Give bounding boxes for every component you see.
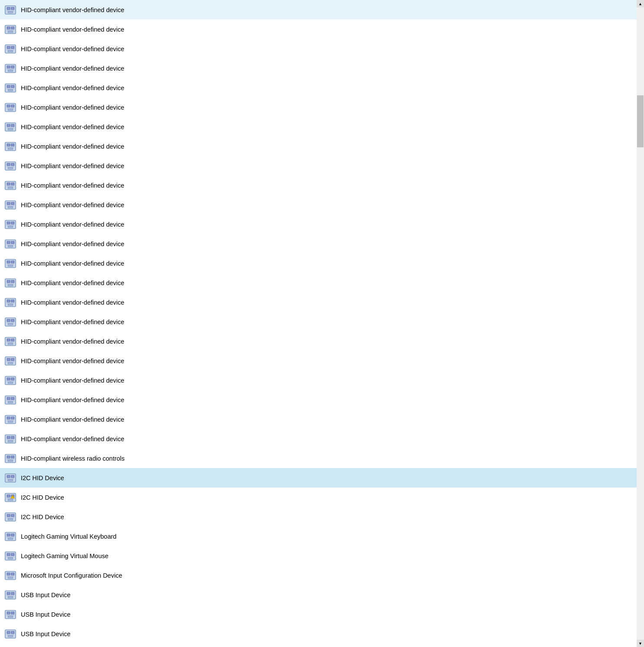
svg-rect-150 xyxy=(11,319,14,321)
svg-rect-23 xyxy=(7,46,10,48)
device-label: HID-compliant vendor-defined device xyxy=(21,280,124,286)
svg-rect-270 xyxy=(8,577,13,579)
device-icon xyxy=(3,374,17,387)
list-item[interactable]: HID-compliant vendor-defined device xyxy=(0,137,637,156)
list-item[interactable]: HID-compliant vendor-defined device xyxy=(0,332,637,351)
list-item[interactable]: I2C HID Device xyxy=(0,507,637,527)
svg-rect-122 xyxy=(7,260,10,263)
list-item[interactable]: HID-compliant vendor-defined device xyxy=(0,410,637,429)
device-label: HID-compliant vendor-defined device xyxy=(21,202,124,208)
list-item[interactable]: HID-compliant vendor-defined device xyxy=(0,215,637,234)
svg-rect-95 xyxy=(7,202,10,204)
device-label: HID-compliant vendor-defined device xyxy=(21,46,124,52)
list-item[interactable]: USB Input Device xyxy=(0,585,637,605)
svg-rect-60 xyxy=(11,124,14,126)
svg-rect-32 xyxy=(7,65,10,68)
list-item[interactable]: I2C HID Device xyxy=(0,468,637,488)
list-item[interactable]: HID-compliant vendor-defined device xyxy=(0,351,637,371)
svg-rect-232 xyxy=(8,499,13,501)
svg-rect-61 xyxy=(8,128,13,130)
list-item[interactable]: HID-compliant vendor-defined device xyxy=(0,39,637,59)
list-item[interactable]: !I2C HID Device xyxy=(0,488,637,507)
svg-rect-16 xyxy=(8,31,13,33)
device-icon xyxy=(3,588,17,602)
svg-rect-187 xyxy=(8,401,13,403)
device-icon xyxy=(3,471,17,485)
device-manager-panel: HID-compliant vendor-defined deviceHID-c… xyxy=(0,0,644,647)
list-item[interactable]: HID-compliant vendor-defined device xyxy=(0,254,637,273)
device-icon xyxy=(3,393,17,407)
svg-rect-214 xyxy=(8,460,13,462)
list-item[interactable]: HID-compliant vendor-defined device xyxy=(0,176,637,195)
list-item[interactable]: USB Input Device xyxy=(0,605,637,624)
list-item[interactable]: HID-compliant vendor-defined device xyxy=(0,234,637,254)
list-item[interactable]: HID-compliant vendor-defined device xyxy=(0,0,637,20)
device-icon xyxy=(3,315,17,329)
list-item[interactable]: HID-compliant vendor-defined device xyxy=(0,156,637,176)
scrollbar[interactable]: ▲ ▼ xyxy=(637,0,644,647)
svg-rect-194 xyxy=(7,416,10,419)
svg-rect-277 xyxy=(7,592,10,594)
device-label: HID-compliant vendor-defined device xyxy=(21,299,124,306)
svg-rect-6 xyxy=(11,7,14,9)
svg-rect-295 xyxy=(7,631,10,633)
list-item[interactable]: USB Input Device xyxy=(0,624,637,644)
svg-rect-178 xyxy=(8,382,13,384)
svg-rect-205 xyxy=(8,440,13,442)
list-item[interactable]: HID-compliant wireless radio controls xyxy=(0,449,637,468)
device-label: Microsoft Input Configuration Device xyxy=(21,572,122,579)
device-list[interactable]: HID-compliant vendor-defined deviceHID-c… xyxy=(0,0,637,647)
svg-rect-142 xyxy=(8,304,13,306)
svg-rect-97 xyxy=(8,206,13,208)
list-item[interactable]: HID-compliant vendor-defined device xyxy=(0,429,637,449)
device-icon xyxy=(3,257,17,270)
device-label: HID-compliant vendor-defined device xyxy=(21,416,124,423)
svg-rect-7 xyxy=(8,11,13,13)
scroll-down-button[interactable]: ▼ xyxy=(637,640,644,647)
list-item[interactable]: HID-compliant vendor-defined device xyxy=(0,78,637,98)
device-icon xyxy=(3,101,17,114)
device-icon: ! xyxy=(3,491,17,504)
list-item[interactable]: HID-compliant vendor-defined device xyxy=(0,98,637,117)
svg-rect-241 xyxy=(7,514,10,516)
svg-rect-252 xyxy=(8,538,13,540)
list-item[interactable]: HID-compliant vendor-defined device xyxy=(0,59,637,78)
scroll-up-button[interactable]: ▲ xyxy=(637,0,644,7)
scrollbar-thumb[interactable] xyxy=(637,95,644,147)
svg-rect-96 xyxy=(11,202,14,204)
list-item[interactable]: HID-compliant vendor-defined device xyxy=(0,117,637,137)
device-icon xyxy=(3,413,17,426)
device-icon xyxy=(3,237,17,251)
list-item[interactable]: HID-compliant vendor-defined device xyxy=(0,371,637,390)
list-item[interactable]: HID-compliant vendor-defined device xyxy=(0,273,637,293)
svg-rect-176 xyxy=(7,377,10,380)
device-label: I2C HID Device xyxy=(21,475,64,481)
device-label: HID-compliant vendor-defined device xyxy=(21,358,124,364)
device-icon xyxy=(3,81,17,95)
device-label: Logitech Gaming Virtual Mouse xyxy=(21,553,108,559)
list-item[interactable]: Logitech Gaming Virtual Mouse xyxy=(0,546,637,566)
list-item[interactable]: Microsoft Input Configuration Device xyxy=(0,566,637,585)
device-label: HID-compliant vendor-defined device xyxy=(21,377,124,384)
device-icon xyxy=(3,140,17,153)
svg-rect-177 xyxy=(11,377,14,380)
svg-rect-159 xyxy=(11,338,14,341)
device-label: HID-compliant vendor-defined device xyxy=(21,163,124,169)
device-label: HID-compliant vendor-defined device xyxy=(21,319,124,325)
list-item[interactable]: HID-compliant vendor-defined device xyxy=(0,390,637,410)
list-item[interactable]: HID-compliant vendor-defined device xyxy=(0,20,637,39)
device-label: HID-compliant vendor-defined device xyxy=(21,260,124,267)
list-item[interactable]: HID-compliant vendor-defined device xyxy=(0,312,637,332)
svg-rect-195 xyxy=(11,416,14,419)
device-icon xyxy=(3,23,17,36)
svg-rect-132 xyxy=(11,280,14,282)
device-label: USB Input Device xyxy=(21,611,70,618)
list-item[interactable]: Logitech Gaming Virtual Keyboard xyxy=(0,527,637,546)
list-item[interactable]: HID-compliant vendor-defined device xyxy=(0,195,637,215)
list-item[interactable]: HID-compliant vendor-defined device xyxy=(0,293,637,312)
svg-rect-33 xyxy=(11,65,14,68)
svg-rect-203 xyxy=(7,436,10,438)
svg-rect-286 xyxy=(7,611,10,614)
device-icon xyxy=(3,218,17,231)
device-label: USB Input Device xyxy=(21,631,70,637)
